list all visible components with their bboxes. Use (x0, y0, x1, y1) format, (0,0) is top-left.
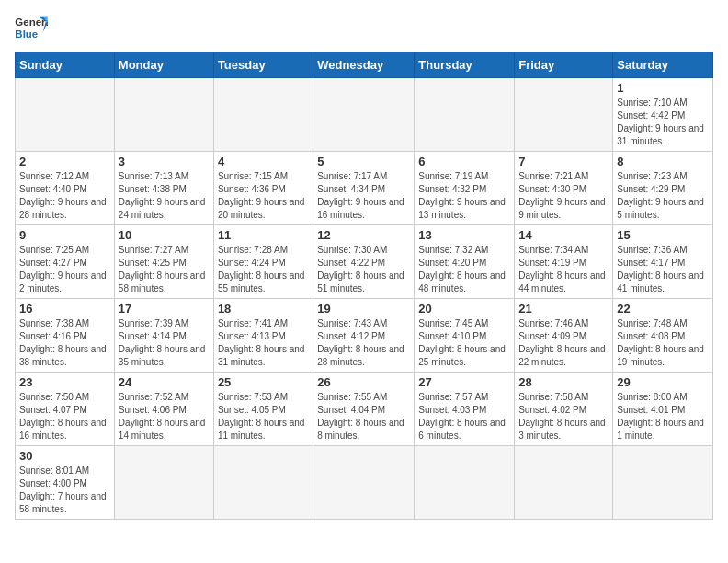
day-number: 12 (317, 228, 410, 242)
calendar-cell: 17Sunrise: 7:39 AM Sunset: 4:14 PM Dayli… (114, 299, 213, 373)
day-number: 21 (518, 302, 609, 316)
calendar-cell: 1Sunrise: 7:10 AM Sunset: 4:42 PM Daylig… (613, 78, 713, 152)
day-info: Sunrise: 7:13 AM Sunset: 4:38 PM Dayligh… (119, 170, 210, 222)
calendar-cell (114, 78, 213, 152)
day-number: 20 (418, 302, 510, 316)
calendar-cell: 16Sunrise: 7:38 AM Sunset: 4:16 PM Dayli… (16, 299, 115, 373)
day-info: Sunrise: 7:27 AM Sunset: 4:25 PM Dayligh… (119, 244, 210, 295)
day-info: Sunrise: 7:30 AM Sunset: 4:22 PM Dayligh… (317, 244, 410, 295)
logo: General Blue (15, 15, 48, 42)
calendar-week-row: 1Sunrise: 7:10 AM Sunset: 4:42 PM Daylig… (16, 78, 713, 152)
day-number: 14 (518, 228, 609, 242)
calendar-cell (313, 78, 415, 152)
calendar-cell: 20Sunrise: 7:45 AM Sunset: 4:10 PM Dayli… (415, 299, 515, 373)
calendar-cell: 19Sunrise: 7:43 AM Sunset: 4:12 PM Dayli… (313, 299, 415, 373)
day-info: Sunrise: 7:36 AM Sunset: 4:17 PM Dayligh… (617, 244, 709, 295)
day-number: 19 (317, 302, 410, 316)
day-info: Sunrise: 7:21 AM Sunset: 4:30 PM Dayligh… (518, 170, 609, 222)
day-header-thursday: Thursday (415, 52, 515, 78)
day-info: Sunrise: 7:50 AM Sunset: 4:07 PM Dayligh… (19, 391, 110, 442)
calendar-cell: 6Sunrise: 7:19 AM Sunset: 4:32 PM Daylig… (415, 152, 515, 225)
calendar-week-row: 16Sunrise: 7:38 AM Sunset: 4:16 PM Dayli… (16, 299, 713, 373)
calendar-week-row: 2Sunrise: 7:12 AM Sunset: 4:40 PM Daylig… (16, 152, 713, 225)
day-info: Sunrise: 7:57 AM Sunset: 4:03 PM Dayligh… (418, 391, 510, 442)
day-number: 29 (617, 375, 709, 389)
calendar-cell: 30Sunrise: 8:01 AM Sunset: 4:00 PM Dayli… (16, 446, 115, 520)
day-number: 24 (119, 375, 210, 389)
day-info: Sunrise: 7:43 AM Sunset: 4:12 PM Dayligh… (317, 317, 410, 369)
calendar-cell (415, 446, 515, 520)
calendar-cell: 4Sunrise: 7:15 AM Sunset: 4:36 PM Daylig… (213, 152, 313, 225)
day-info: Sunrise: 7:52 AM Sunset: 4:06 PM Dayligh… (119, 391, 210, 442)
day-number: 23 (19, 375, 110, 389)
day-info: Sunrise: 7:58 AM Sunset: 4:02 PM Dayligh… (518, 391, 609, 442)
day-header-tuesday: Tuesday (213, 52, 313, 78)
calendar-cell: 27Sunrise: 7:57 AM Sunset: 4:03 PM Dayli… (415, 373, 515, 446)
calendar-cell: 11Sunrise: 7:28 AM Sunset: 4:24 PM Dayli… (213, 225, 313, 299)
day-number: 17 (119, 302, 210, 316)
day-number: 10 (119, 228, 210, 242)
day-number: 22 (617, 302, 709, 316)
day-info: Sunrise: 7:48 AM Sunset: 4:08 PM Dayligh… (617, 317, 709, 369)
day-info: Sunrise: 7:17 AM Sunset: 4:34 PM Dayligh… (317, 170, 410, 222)
day-number: 30 (19, 449, 110, 463)
logo-icon: General Blue (15, 15, 48, 42)
day-info: Sunrise: 7:53 AM Sunset: 4:05 PM Dayligh… (218, 391, 309, 442)
calendar-cell: 25Sunrise: 7:53 AM Sunset: 4:05 PM Dayli… (213, 373, 313, 446)
calendar-cell: 13Sunrise: 7:32 AM Sunset: 4:20 PM Dayli… (415, 225, 515, 299)
calendar-cell (213, 446, 313, 520)
day-number: 6 (418, 155, 510, 168)
day-number: 9 (19, 228, 110, 242)
day-number: 2 (19, 155, 110, 168)
day-info: Sunrise: 7:10 AM Sunset: 4:42 PM Dayligh… (617, 97, 709, 148)
day-number: 18 (218, 302, 309, 316)
calendar-cell: 7Sunrise: 7:21 AM Sunset: 4:30 PM Daylig… (515, 152, 613, 225)
calendar-header-row: SundayMondayTuesdayWednesdayThursdayFrid… (16, 52, 713, 78)
calendar-cell: 21Sunrise: 7:46 AM Sunset: 4:09 PM Dayli… (515, 299, 613, 373)
day-info: Sunrise: 7:32 AM Sunset: 4:20 PM Dayligh… (418, 244, 510, 295)
day-number: 1 (617, 81, 709, 95)
day-info: Sunrise: 7:46 AM Sunset: 4:09 PM Dayligh… (518, 317, 609, 369)
calendar-week-row: 23Sunrise: 7:50 AM Sunset: 4:07 PM Dayli… (16, 373, 713, 446)
svg-text:Blue: Blue (15, 29, 38, 40)
calendar-cell: 10Sunrise: 7:27 AM Sunset: 4:25 PM Dayli… (114, 225, 213, 299)
day-header-saturday: Saturday (613, 52, 713, 78)
day-number: 5 (317, 155, 410, 168)
day-info: Sunrise: 7:28 AM Sunset: 4:24 PM Dayligh… (218, 244, 309, 295)
calendar-table: SundayMondayTuesdayWednesdayThursdayFrid… (15, 52, 713, 520)
day-number: 11 (218, 228, 309, 242)
day-number: 15 (617, 228, 709, 242)
day-number: 8 (617, 155, 709, 168)
calendar-cell: 3Sunrise: 7:13 AM Sunset: 4:38 PM Daylig… (114, 152, 213, 225)
day-number: 13 (418, 228, 510, 242)
calendar-cell: 9Sunrise: 7:25 AM Sunset: 4:27 PM Daylig… (16, 225, 115, 299)
day-header-sunday: Sunday (16, 52, 115, 78)
day-info: Sunrise: 7:12 AM Sunset: 4:40 PM Dayligh… (19, 170, 110, 222)
day-number: 7 (518, 155, 609, 168)
calendar-cell: 24Sunrise: 7:52 AM Sunset: 4:06 PM Dayli… (114, 373, 213, 446)
calendar-cell (613, 446, 713, 520)
day-number: 25 (218, 375, 309, 389)
day-info: Sunrise: 7:19 AM Sunset: 4:32 PM Dayligh… (418, 170, 510, 222)
day-info: Sunrise: 7:15 AM Sunset: 4:36 PM Dayligh… (218, 170, 309, 222)
calendar-cell: 8Sunrise: 7:23 AM Sunset: 4:29 PM Daylig… (613, 152, 713, 225)
day-info: Sunrise: 7:25 AM Sunset: 4:27 PM Dayligh… (19, 244, 110, 295)
day-number: 27 (418, 375, 510, 389)
page-header: General Blue (15, 15, 713, 42)
day-info: Sunrise: 7:45 AM Sunset: 4:10 PM Dayligh… (418, 317, 510, 369)
calendar-cell: 2Sunrise: 7:12 AM Sunset: 4:40 PM Daylig… (16, 152, 115, 225)
calendar-cell: 22Sunrise: 7:48 AM Sunset: 4:08 PM Dayli… (613, 299, 713, 373)
calendar-cell: 26Sunrise: 7:55 AM Sunset: 4:04 PM Dayli… (313, 373, 415, 446)
calendar-week-row: 30Sunrise: 8:01 AM Sunset: 4:00 PM Dayli… (16, 446, 713, 520)
calendar-cell: 5Sunrise: 7:17 AM Sunset: 4:34 PM Daylig… (313, 152, 415, 225)
calendar-cell (213, 78, 313, 152)
day-number: 4 (218, 155, 309, 168)
calendar-cell (114, 446, 213, 520)
calendar-cell: 15Sunrise: 7:36 AM Sunset: 4:17 PM Dayli… (613, 225, 713, 299)
calendar-cell (515, 78, 613, 152)
calendar-cell: 14Sunrise: 7:34 AM Sunset: 4:19 PM Dayli… (515, 225, 613, 299)
day-number: 3 (119, 155, 210, 168)
calendar-week-row: 9Sunrise: 7:25 AM Sunset: 4:27 PM Daylig… (16, 225, 713, 299)
day-info: Sunrise: 8:01 AM Sunset: 4:00 PM Dayligh… (19, 465, 110, 516)
calendar-cell (415, 78, 515, 152)
